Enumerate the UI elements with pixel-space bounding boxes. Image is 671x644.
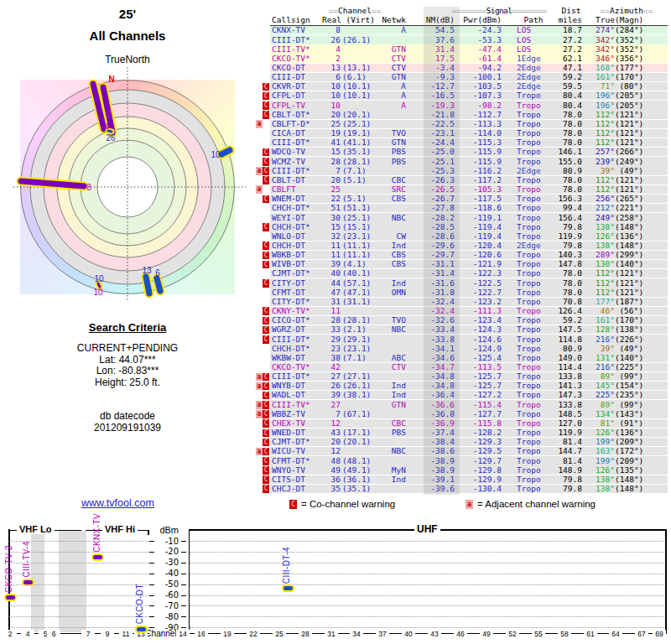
uhf-channel-tick-64: 64 (609, 630, 622, 638)
dbm-tick-label: -50 (155, 579, 179, 589)
cell-miles: 80.4 (547, 101, 582, 111)
co-channel-warning-marker: C (263, 392, 269, 400)
cell-path: Tropo (517, 345, 550, 354)
cell-real: 2 (315, 55, 341, 64)
cell-azm: (249°) (615, 158, 643, 167)
cell-pwr: -119.4 (460, 232, 502, 242)
co-channel-warning-marker: C (263, 83, 269, 91)
cell-path: Tropo (517, 485, 550, 494)
cell-real: 39 (315, 260, 341, 269)
dbm-gridline (190, 616, 664, 617)
cell-azt: 39° (585, 345, 615, 354)
cell-azm: (121°) (615, 111, 643, 120)
uhf-channel-tick-37: 37 (376, 630, 389, 638)
dbm-gridline (190, 627, 664, 628)
cell-nm: -32.4 (419, 307, 455, 316)
cell-net: NBC (377, 325, 406, 335)
cell-path: Tropo (517, 372, 550, 382)
col-callsign: Callsign (272, 16, 310, 25)
cell-nm: -33.4 (419, 325, 455, 335)
cell-nm: -36.9 (419, 419, 455, 428)
radar-label-2: 2 (106, 110, 111, 119)
cell-azt: 112° (585, 279, 615, 288)
cell-azm: (235°) (615, 391, 643, 400)
cell-nm: -31.6 (419, 279, 455, 288)
cell-path: Tropo (517, 138, 550, 148)
cell-path: Tropo (517, 185, 550, 195)
cell-virt: (27.1) (342, 372, 382, 382)
uhf-channel-tick-16: 16 (195, 630, 208, 638)
dbm-gridline (9, 616, 149, 617)
cell-miles: 18.7 (547, 26, 582, 35)
cell-virt: (17.1) (342, 428, 382, 438)
cell-azt: 71° (585, 82, 615, 91)
uhf-channel-tick-43: 43 (428, 630, 441, 638)
cell-real: 36 (315, 475, 341, 485)
uhf-channel-tick-14: 14 (176, 630, 190, 638)
cell-miles: 99.4 (547, 204, 582, 213)
cell-nm: -27.8 (419, 204, 455, 213)
cell-azt: 131° (585, 354, 615, 363)
vhf-channel-tick-11: 11 (119, 630, 133, 638)
table-row: CWDCQ-TV15(35.1)PBS-25.0-115.9Tropo146.1… (252, 148, 671, 157)
table-row: CCHCH-DT*15(15.1)-28.5-119.4Tropo79.8138… (252, 222, 671, 231)
col-miles: miles (547, 16, 582, 25)
dbm-tick-dash (181, 563, 186, 564)
uhf-channel-tick-55: 55 (532, 630, 545, 638)
cell-azm: (170°) (615, 316, 643, 325)
cell-cs: CICA-DT (272, 129, 322, 138)
cell-pwr: -47.4 (460, 45, 502, 55)
co-channel-warning-marker: C (263, 457, 269, 465)
cell-path: Tropo (517, 232, 550, 242)
cell-cs: CITY-DT (272, 279, 322, 288)
cell-azm: (209°) (615, 457, 643, 466)
adjacent-warning-marker: a (256, 448, 263, 456)
cell-nm: -32.4 (419, 298, 455, 307)
cell-pwr: -115.4 (460, 401, 502, 410)
table-row: WNLO-DT32(23.1)CW-28.6-119.4Tropo119.912… (252, 231, 671, 241)
cell-path: LOS (517, 36, 550, 45)
cell-path: Tropo (517, 428, 550, 438)
cell-virt: (31.1) (342, 298, 382, 307)
cell-real: 15 (315, 148, 341, 157)
cell-net: NBC (377, 447, 406, 456)
co-channel-warning-marker: C (263, 111, 269, 119)
cell-azt: 342° (585, 45, 615, 55)
cell-cs: CIII-DT* (272, 335, 322, 345)
cell-cs: WNLO-DT (272, 232, 322, 242)
cell-pwr: -115.9 (460, 158, 502, 167)
radar-label-26: 26 (106, 133, 116, 143)
cell-miles: 78.0 (547, 120, 582, 129)
cell-cs: WNEM-DT (272, 195, 322, 204)
vhf-channel-tick-4: 4 (21, 630, 34, 638)
cell-path: Tropo (517, 251, 550, 260)
cell-azt: 216° (585, 363, 615, 372)
cell-path: Tropo (517, 111, 550, 120)
cell-virt: (11.1) (342, 242, 382, 251)
tvfool-link[interactable]: www.tvfool.com (81, 497, 154, 509)
cell-miles: 78.0 (547, 138, 582, 148)
signal-bar-label-CIII-TV-4: CIII-TV-4 (23, 541, 31, 578)
cell-virt: (11.1) (342, 251, 382, 260)
cell-cs: CITY-DT* (272, 298, 322, 307)
cell-azt: 112° (585, 269, 615, 278)
cell-path: Tropo (517, 101, 550, 111)
cell-path: Tropo (517, 363, 550, 372)
cell-miles: 27.2 (547, 36, 582, 45)
cell-azm: (148°) (615, 242, 643, 251)
cell-real: 51 (315, 204, 341, 213)
cell-pwr: -129.3 (460, 438, 502, 447)
cell-pwr: -111.3 (460, 307, 502, 316)
table-rows: CKNX-TV8A54.5-24.3LOS18.7274°(284°)CIII-… (252, 26, 671, 494)
cell-real: 10 (315, 91, 341, 101)
co-channel-warning-marker: C (263, 326, 269, 335)
cell-miles: 80.4 (547, 91, 582, 101)
cell-azm: (148°) (615, 485, 643, 494)
table-row: CWADL-DT39(38.1)Ind-36.4-127.2Tropo147.3… (252, 391, 671, 400)
dbm-tick-dash (149, 541, 154, 542)
cell-cs: WBBZ-TV (272, 410, 322, 419)
table-row: CCICO-DT*28(28.1)TVO-32.6-123.4Tropo59.2… (252, 316, 671, 325)
radar-label-8: 8 (86, 183, 91, 192)
cell-real: 29 (315, 335, 341, 345)
cell-path: Tropo (517, 316, 550, 325)
